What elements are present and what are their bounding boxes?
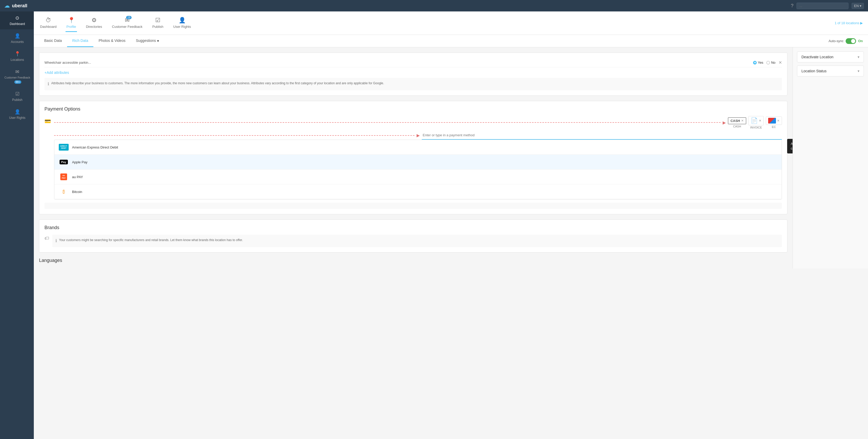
sidebar-item-publish[interactable]: ☑ Publish: [0, 87, 34, 105]
dropdown-item-applepay[interactable]: Pay Apple Pay: [54, 155, 782, 169]
search-input[interactable]: [797, 3, 848, 9]
tab-label-feedback: Customer Feedback: [112, 25, 143, 29]
page-tab-photos-videos[interactable]: Photos & Videos: [93, 35, 130, 47]
deactivate-location-item[interactable]: Deactivate Location ▾: [797, 52, 864, 62]
dashed-arrow-icon-2: ▶: [416, 133, 420, 138]
auto-sync-control: Auto-sync On: [829, 38, 863, 44]
payment-method-input[interactable]: [422, 131, 782, 140]
payment-chip-cash: CASH ✕ CASH: [728, 117, 746, 128]
radio-group-wheelchair: Yes No ✕: [753, 60, 782, 65]
deactivate-location-label: Deactivate Location: [801, 55, 833, 59]
ec-icon: [768, 118, 776, 124]
sidebar: ⊙ Dashboard 👤 Accounts 📍 Locations ✉ Cus…: [0, 11, 34, 269]
dashed-row-2: ▶ Add payment options customers can use …: [54, 131, 782, 140]
language-selector[interactable]: EN ▾: [851, 3, 864, 9]
tab-label-publish: Publish: [152, 25, 163, 29]
sidebar-item-customer-feedback[interactable]: ✉ Customer Feedback 99+: [0, 65, 34, 87]
tab-label-directories: Directories: [86, 25, 102, 29]
add-attributes-button[interactable]: +Add attributes: [44, 70, 782, 75]
amex-text: DIRECTDEBIT: [60, 145, 67, 149]
tab-profile[interactable]: 📍 Profile: [65, 14, 77, 32]
sidebar-item-label-user-rights: User Rights: [9, 116, 26, 120]
applepay-logo: Pay: [60, 160, 68, 164]
location-status-chevron-icon: ▾: [858, 69, 860, 73]
radio-yes[interactable]: Yes: [753, 61, 763, 64]
ec-sublabel: EC: [772, 125, 776, 128]
help-button[interactable]: ?: [791, 3, 794, 8]
page-tab-basic-data[interactable]: Basic Data: [39, 35, 67, 47]
tab-dashboard[interactable]: ⏱ Dashboard: [39, 14, 58, 32]
tab-directories[interactable]: ⚙ Directories: [85, 14, 103, 32]
ec-remove-button[interactable]: ✕: [777, 119, 780, 123]
dashboard-icon: ⊙: [16, 15, 19, 21]
dashed-line-2: [54, 135, 414, 136]
page-tab-label-basic-data: Basic Data: [44, 38, 62, 43]
invoice-remove-button[interactable]: ✕: [759, 119, 762, 123]
sidebar-item-dashboard[interactable]: ⊙ Dashboard: [0, 11, 34, 29]
sidebar-item-user-rights[interactable]: 👤 User Rights: [0, 105, 34, 123]
user-rights-icon: 👤: [14, 109, 20, 115]
auto-sync-toggle[interactable]: [846, 38, 856, 44]
dropdown-item-amex[interactable]: DIRECTDEBIT American Express Direct Debi…: [54, 140, 782, 155]
attributes-card: Wheelchair accessible parkin... Yes No ✕: [39, 53, 787, 96]
page-tabs: Basic Data Rich Data Photos & Videos Sug…: [34, 35, 868, 47]
top-bar-left: ☁ uberall: [4, 2, 27, 9]
radio-circle-yes: [753, 61, 757, 64]
bitcoin-icon-wrapper: ₿: [59, 188, 69, 195]
cash-chip-inner[interactable]: CASH ✕: [728, 117, 746, 124]
sidebar-item-label-accounts: Accounts: [11, 40, 24, 44]
tab-label-user-rights: User Rights: [173, 25, 191, 29]
page-tab-label-suggestions: Suggestions ●: [136, 38, 159, 43]
page-tab-rich-data[interactable]: Rich Data: [67, 35, 93, 47]
customer-feedback-icon: ✉: [16, 69, 19, 75]
payment-chip-ec: ✕ EC: [766, 117, 782, 128]
tab-customer-feedback[interactable]: ✉ 19 Customer Feedback: [111, 14, 144, 32]
sidebar-item-label-feedback: Customer Feedback: [4, 76, 30, 79]
radio-yes-label: Yes: [758, 61, 763, 64]
dashed-line-1: [54, 122, 720, 123]
cash-remove-button[interactable]: ✕: [741, 119, 744, 123]
dropdown-label-applepay: Apple Pay: [72, 160, 87, 164]
brands-card: Brands 🏷 ℹ Your customers might be searc…: [39, 220, 787, 253]
ec-chip-inner[interactable]: ✕: [766, 117, 782, 125]
attribute-label-wheelchair: Wheelchair accessible parkin...: [44, 61, 91, 64]
tab-label-dashboard: Dashboard: [40, 25, 57, 29]
dropdown-item-aupay[interactable]: auPAY au PAY: [54, 169, 782, 184]
invoice-chip-inner[interactable]: 📄 ✕: [748, 116, 764, 125]
user-rights-tab-icon: 👤: [179, 17, 186, 23]
languages-section-title: Languages: [39, 258, 787, 263]
radio-circle-no: [766, 61, 770, 64]
dropdown-label-aupay: au PAY: [72, 175, 83, 179]
dashboard-tab-icon: ⏱: [45, 17, 51, 23]
dashed-row-1: ▶ CASH ✕ CASH: [54, 116, 782, 129]
brands-info-box: ℹ Your customers might be searching for …: [52, 234, 782, 247]
payment-chip-invoice: 📄 ✕ INVOICE: [748, 116, 764, 129]
feedback-tab-badge: 19: [126, 16, 131, 19]
dashed-arrow-icon-1: ▶: [723, 120, 726, 125]
attribute-row-wheelchair: Wheelchair accessible parkin... Yes No ✕: [44, 58, 782, 67]
accounts-icon: 👤: [14, 33, 20, 39]
aupay-logo: auPAY: [60, 174, 67, 181]
payment-tooltip: Add payment options customers can use at…: [787, 139, 793, 153]
radio-no[interactable]: No: [766, 61, 775, 64]
sidebar-item-accounts[interactable]: 👤 Accounts: [0, 29, 34, 47]
brands-row: 🏷 ℹ Your customers might be searching fo…: [44, 234, 782, 247]
cash-sublabel: CASH: [733, 125, 741, 128]
feedback-badge: 99+: [14, 81, 21, 84]
payment-options-card: Payment Options 💳 ▶: [39, 101, 787, 214]
dropdown-item-bitcoin[interactable]: ₿ Bitcoin: [54, 184, 782, 199]
page-tab-label-photos: Photos & Videos: [98, 38, 125, 43]
bitcoin-logo: ₿: [63, 189, 65, 194]
right-panel: Deactivate Location ▾ Location Status ▾: [793, 47, 868, 269]
directories-tab-icon: ⚙: [92, 17, 97, 23]
tab-publish[interactable]: ☑ Publish: [151, 14, 164, 32]
logo-cloud-icon: ☁: [4, 2, 10, 9]
location-status-item[interactable]: Location Status ▾: [797, 66, 864, 76]
invoice-sublabel: INVOICE: [750, 126, 762, 129]
sidebar-item-locations[interactable]: 📍 Locations: [0, 47, 34, 65]
locations-info[interactable]: 1 of 18 locations ▶: [835, 21, 863, 25]
amex-logo: DIRECTDEBIT: [59, 144, 69, 151]
tab-user-rights[interactable]: 👤 User Rights: [172, 14, 192, 32]
attribute-close-button[interactable]: ✕: [779, 60, 782, 65]
page-tab-suggestions[interactable]: Suggestions ●: [130, 35, 164, 47]
